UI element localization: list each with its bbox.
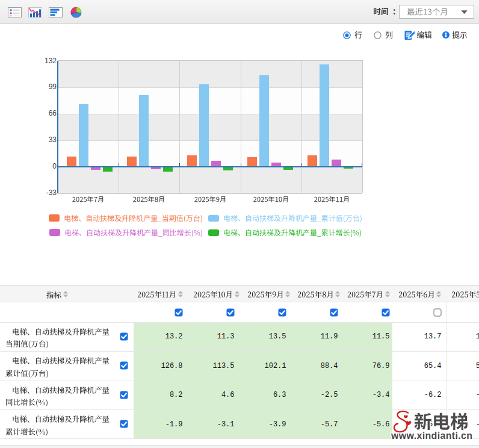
svg-text:www.xindianti.cn: www.xindianti.cn xyxy=(391,431,472,441)
